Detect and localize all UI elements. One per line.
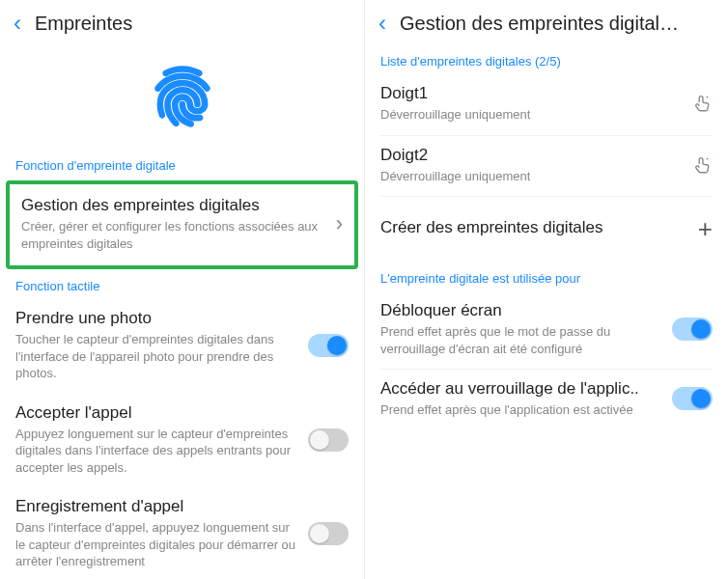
section-fingerprint-list: Liste d'empreintes digitales (2/5) (365, 44, 728, 74)
row-manage-fingerprints[interactable]: Gestion des empreintes digitales Créer, … (10, 184, 354, 265)
row-subtitle: Dans l'interface d'appel, appuyez longue… (15, 519, 296, 570)
row-subtitle: Déverrouillage uniquement (380, 106, 680, 124)
svg-point-1 (707, 157, 709, 159)
row-call-recording[interactable]: Enregistrement d'appel Dans l'interface … (0, 487, 364, 579)
row-title: Débloquer écran (380, 301, 660, 320)
back-icon[interactable]: ‹ (14, 10, 21, 37)
section-fingerprint-function: Fonction d'empreinte digitale (0, 154, 364, 179)
row-title: Enregistrement d'appel (15, 497, 296, 516)
back-icon[interactable]: ‹ (378, 10, 386, 37)
row-subtitle: Prend effet après que l'application est … (380, 401, 660, 419)
row-title: Doigt2 (380, 146, 680, 165)
row-finger-1[interactable]: Doigt1 Déverrouillage uniquement (365, 74, 728, 135)
svg-point-0 (707, 96, 709, 98)
row-title: Accepter l'appel (15, 403, 296, 423)
row-subtitle: Prend effet après que le mot de passe du… (380, 323, 660, 357)
screen-fingerprints: ‹ Empreintes Fonction d'empreinte digita… (0, 0, 365, 579)
row-take-photo[interactable]: Prendre une photo Toucher le capteur d'e… (0, 299, 364, 394)
toggle-unlock-screen[interactable] (672, 317, 713, 341)
toggle-take-photo[interactable] (308, 334, 349, 357)
row-unlock-screen[interactable]: Débloquer écran Prend effet après que le… (365, 291, 728, 369)
row-title: Gestion des empreintes digitales (21, 196, 324, 215)
highlight-manage-fingerprints: Gestion des empreintes digitales Créer, … (6, 180, 358, 269)
plus-icon: + (698, 214, 713, 244)
page-title: Empreintes (35, 13, 132, 35)
row-answer-call[interactable]: Accepter l'appel Appuyez longuement sur … (0, 394, 364, 488)
section-touch-function: Fonction tactile (0, 275, 364, 299)
row-title: Prendre une photo (15, 309, 296, 328)
fingerprint-icon (148, 62, 217, 131)
row-title: Créer des empreintes digitales (380, 218, 686, 237)
row-create-fingerprint[interactable]: Créer des empreintes digitales + (365, 197, 728, 262)
row-finger-2[interactable]: Doigt2 Déverrouillage uniquement (365, 136, 728, 197)
tap-action-icon[interactable] (691, 154, 713, 176)
toggle-call-recording[interactable] (308, 522, 349, 545)
header-right: ‹ Gestion des empreintes digital… (365, 0, 728, 44)
chevron-right-icon: › (336, 211, 343, 236)
section-used-for: L'empreinte digitale est utilisée pour (365, 262, 728, 291)
header-left: ‹ Empreintes (0, 0, 364, 44)
page-title: Gestion des empreintes digital… (400, 13, 679, 35)
row-subtitle: Créer, gérer et configurer les fonctions… (21, 218, 324, 252)
toggle-answer-call[interactable] (308, 428, 349, 452)
screen-manage-fingerprints: ‹ Gestion des empreintes digital… Liste … (365, 0, 728, 579)
row-subtitle: Appuyez longuement sur le capteur d'empr… (15, 426, 296, 477)
row-subtitle: Déverrouillage uniquement (380, 168, 680, 185)
fingerprint-hero (0, 44, 364, 154)
tap-action-icon[interactable] (691, 93, 713, 114)
row-title: Doigt1 (380, 84, 680, 103)
toggle-app-lock[interactable] (672, 387, 713, 410)
row-title: Accéder au verrouillage de l'applic.. (380, 379, 660, 399)
row-app-lock[interactable]: Accéder au verrouillage de l'applic.. Pr… (365, 370, 728, 430)
row-subtitle: Toucher le capteur d'empreintes digitale… (15, 331, 296, 382)
